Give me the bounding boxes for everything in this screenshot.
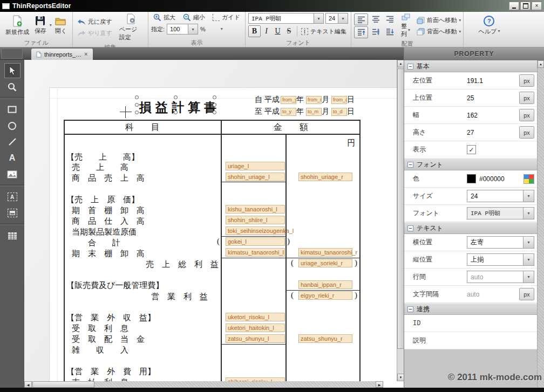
field-shohin_uriage_l[interactable]: shohin_uriage_l	[226, 173, 285, 181]
field-toki_seihinseizougenka_l[interactable]: toki_seihinseizougenka_l	[226, 226, 285, 235]
field-eigyo_rieki_r[interactable]: eigyo_rieki_r	[298, 291, 352, 300]
char-spacing-input[interactable]: auto px	[465, 288, 537, 300]
field-to_m[interactable]: to_m	[306, 108, 322, 116]
font-size-select[interactable]: 24 ▾	[467, 190, 534, 202]
list-tool[interactable]	[4, 228, 21, 243]
ellipse-tool[interactable]	[4, 118, 21, 133]
report-label[interactable]: 【売 上 高】	[66, 152, 139, 162]
text-edit-button[interactable]: I テキスト編集	[300, 27, 348, 36]
report-label[interactable]: 受 取 利 息	[72, 324, 128, 334]
canvas-horizontal-scrollbar[interactable]: ◀ ▶	[24, 381, 383, 388]
section-text[interactable]: テキスト	[404, 222, 537, 234]
report-label[interactable]: 営 業 利 益	[151, 292, 208, 302]
top-position-input[interactable]: 25 px	[465, 92, 537, 104]
selection-handle[interactable]	[174, 111, 178, 114]
redo-button[interactable]: やり直す	[76, 29, 114, 38]
send-to-back-button[interactable]: 背面へ移動 ▾	[415, 27, 463, 36]
zoom-tool[interactable]	[4, 79, 21, 94]
font-family-select[interactable]: IPA P明朝 ▾	[467, 207, 534, 219]
field-gokei_l[interactable]: gokei_l	[226, 237, 285, 246]
report-title-object[interactable]: 損益計算書	[139, 99, 220, 116]
select-chevron[interactable]: ▾	[523, 254, 534, 265]
minimize-button[interactable]	[509, 2, 519, 10]
field-kishu_tanaoroshi_l[interactable]: kishu_tanaoroshi_l	[226, 205, 285, 214]
align-bottom-button[interactable]	[383, 26, 396, 37]
field-from_m[interactable]: from_m	[306, 96, 322, 104]
scroll-up-button[interactable]: ▲	[538, 60, 544, 68]
field-uriage_sorieki_r[interactable]: uriage_sorieki_r	[298, 259, 352, 267]
report-label[interactable]: 【売 上 原 価】	[66, 195, 139, 205]
underline-button[interactable]: U	[272, 26, 283, 37]
align-middle-button[interactable]	[369, 26, 382, 37]
field-kimatsu_tanaoroshi_l[interactable]: kimatsu_tanaoroshi_l	[226, 248, 285, 257]
report-label[interactable]: 期 首 棚 卸 高	[72, 205, 145, 216]
font-color-input[interactable]: #000000	[465, 174, 537, 184]
section-link[interactable]: 連携	[404, 303, 537, 315]
selection-handle[interactable]	[135, 103, 139, 107]
align-left-button[interactable]	[354, 13, 368, 25]
property-panel-scrollbar[interactable]: ▲	[537, 60, 544, 388]
vertical-align-select[interactable]: 上揃 ▾	[467, 253, 534, 266]
tab-close-icon[interactable]: ×	[84, 51, 87, 57]
line-tool[interactable]	[4, 134, 21, 149]
strikethrough-button[interactable]: S	[283, 26, 295, 37]
collapse-icon[interactable]	[407, 64, 413, 70]
field-from_d[interactable]: from_d	[331, 96, 347, 104]
arrange-button[interactable]: 整列▾	[399, 13, 412, 39]
report-label[interactable]: 受 取 配 当 金	[72, 334, 145, 345]
color-swatch[interactable]	[467, 174, 476, 183]
align-center-button[interactable]	[369, 13, 382, 24]
text-block-tool[interactable]: A	[4, 189, 21, 204]
field-zatsu_shunyu_l[interactable]: zatsu_shunyu_l	[226, 334, 285, 343]
report-label[interactable]: 【営 業 外 収 益】	[66, 313, 155, 323]
zoom-in-button[interactable]: 拡大	[152, 13, 177, 22]
align-right-button[interactable]	[383, 13, 396, 24]
report-label[interactable]: 商 品 売 上 高	[72, 173, 145, 183]
field-shohin_shiire_l[interactable]: shohin_shiire_l	[226, 216, 285, 224]
field-from_y[interactable]: from_y	[281, 96, 296, 104]
align-top-button[interactable]	[354, 26, 368, 38]
collapse-icon[interactable]	[407, 225, 413, 231]
maximize-button[interactable]	[520, 2, 531, 10]
close-button[interactable]: ×	[532, 2, 542, 10]
scroll-left-button[interactable]: ◀	[24, 381, 32, 388]
rectangle-tool[interactable]	[4, 102, 21, 117]
guide-dropdown-chevron[interactable]: ▾	[221, 27, 223, 31]
section-basic[interactable]: 基本	[404, 60, 537, 72]
save-button[interactable]: 保存	[32, 15, 49, 36]
height-input[interactable]: 27 px	[465, 126, 537, 139]
zoom-combo-chevron[interactable]: ▾	[188, 24, 198, 34]
selection-handle[interactable]	[213, 111, 216, 114]
field-zatsu_shunyu_r[interactable]: zatsu_shunyu_r	[298, 334, 352, 343]
report-label[interactable]: 商 品 仕 入 高	[72, 216, 145, 226]
scroll-right-button[interactable]: ▶	[376, 381, 383, 388]
period-to-row[interactable]: 至平成 to_y年 to_m月 to_d日	[254, 107, 362, 116]
display-checkbox[interactable]: ✓	[467, 145, 476, 154]
field-to_d[interactable]: to_d	[331, 108, 347, 116]
field-hanbai_ippan_r[interactable]: hanbai_ippan_r	[298, 280, 352, 289]
field-to_y[interactable]: to_y	[281, 108, 296, 116]
select-chevron[interactable]: ▾	[523, 271, 534, 283]
report-label[interactable]: 支 払 利 息	[72, 377, 128, 381]
selection-handle[interactable]	[135, 95, 139, 99]
bold-button[interactable]: B	[248, 25, 261, 37]
image-block-tool[interactable]	[4, 205, 21, 221]
column-header-amount[interactable]: 金 額	[221, 122, 361, 133]
horizontal-scroll-thumb[interactable]	[32, 381, 94, 388]
select-chevron[interactable]: ▾	[523, 190, 534, 202]
section-font[interactable]: フォント	[404, 159, 537, 170]
left-position-input[interactable]: 191.1 px	[465, 74, 537, 87]
field-shiharai_risoku_l[interactable]: shiharai_risoku_l	[226, 377, 285, 381]
field-kimatsu_tanaoroshi_r[interactable]: kimatsu_tanaoroshi_r	[298, 248, 352, 257]
select-tool[interactable]	[4, 63, 21, 78]
column-header-subject[interactable]: 科 目	[64, 122, 221, 133]
report-page[interactable]: 損益計算書 自平成 from_y年 from_m月 from_d日 至平成 to…	[50, 88, 397, 381]
text-tool[interactable]: A	[4, 150, 21, 166]
guide-button[interactable]: ガイド	[211, 13, 242, 22]
report-label[interactable]: 合 計	[88, 238, 120, 248]
field-uketori_haitokin_l[interactable]: uketori_haitokin_l	[226, 324, 285, 332]
select-chevron[interactable]: ▾	[523, 208, 534, 219]
line-spacing-select[interactable]: auto ▾	[467, 271, 534, 283]
bring-to-front-button[interactable]: 前面へ移動 ▾	[415, 16, 463, 25]
report-label[interactable]: 期 末 棚 卸 高	[72, 249, 145, 259]
